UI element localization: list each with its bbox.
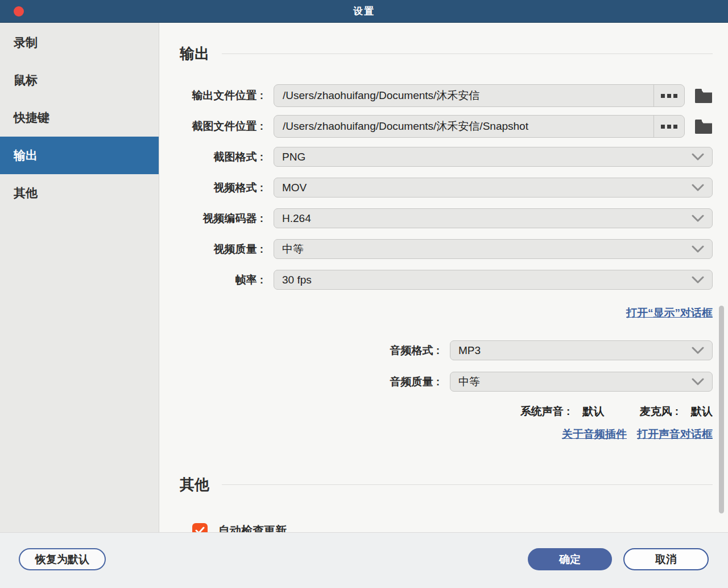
output-path-row: 输出文件位置 : /Users/zhaohuifang/Documents/沐禾… (160, 84, 713, 107)
system-sound-value: 默认 (582, 404, 604, 419)
output-path-field[interactable]: /Users/zhaohuifang/Documents/沐禾安信 (274, 84, 685, 107)
open-sound-dialog-link[interactable]: 打开声音对话框 (637, 427, 713, 442)
auto-update-row: 自动检查更新 (192, 523, 713, 532)
about-audio-plugin-link[interactable]: 关于音频插件 (562, 427, 627, 442)
cancel-button[interactable]: 取消 (623, 548, 709, 570)
section-divider (222, 484, 713, 485)
snapshot-path-row: 截图文件位置 : /Users/zhaohuifang/Documents/沐禾… (160, 115, 713, 138)
sidebar-item-other[interactable]: 其他 (0, 174, 159, 212)
chevron-down-icon (692, 347, 704, 355)
audio-quality-label: 音频质量 : (160, 375, 440, 389)
window-title: 设置 (353, 5, 375, 18)
output-path-browse-button[interactable] (653, 85, 684, 106)
audio-format-value: MP3 (458, 344, 692, 357)
close-icon[interactable] (14, 6, 24, 17)
chevron-down-icon (692, 215, 704, 223)
sidebar-item-record[interactable]: 录制 (0, 24, 159, 61)
audio-format-label: 音频格式 : (160, 343, 440, 358)
ellipsis-icon (661, 94, 665, 98)
ellipsis-icon (667, 94, 671, 98)
audio-links-row: 关于音频插件 打开声音对话框 (160, 427, 713, 442)
microphone-value: 默认 (691, 404, 713, 419)
checkmark-icon (195, 527, 205, 532)
audio-quality-row: 音频质量 : 中等 (160, 372, 713, 392)
audio-quality-value: 中等 (458, 375, 692, 389)
system-sound-label: 系统声音 : (520, 404, 570, 419)
frame-rate-row: 帧率 : 30 fps (160, 270, 713, 290)
video-quality-label: 视频质量 : (160, 242, 263, 257)
auto-update-checkbox[interactable] (192, 523, 208, 533)
ellipsis-icon (673, 125, 677, 129)
video-encoder-row: 视频编码器 : H.264 (160, 208, 713, 228)
display-dialog-row: 打开“显示”对话框 (160, 306, 713, 320)
chevron-down-icon (692, 184, 704, 192)
settings-panel: 输出 输出文件位置 : /Users/zhaohuifang/Documents… (160, 23, 728, 532)
video-format-value: MOV (282, 182, 692, 194)
snapshot-format-row: 截图格式 : PNG (160, 147, 713, 167)
snapshot-path-field[interactable]: /Users/zhaohuifang/Documents/沐禾安信/Snapsh… (274, 115, 685, 138)
output-section-title: 输出 (180, 44, 209, 64)
frame-rate-label: 帧率 : (160, 273, 263, 287)
restore-defaults-button[interactable]: 恢复为默认 (19, 548, 106, 570)
sidebar-item-output[interactable]: 输出 (0, 137, 159, 174)
other-section-title: 其他 (180, 475, 209, 495)
title-bar: 设置 (0, 0, 728, 23)
auto-update-label: 自动检查更新 (218, 523, 287, 533)
sidebar-item-mouse[interactable]: 鼠标 (0, 61, 159, 99)
section-divider (222, 54, 713, 54)
video-quality-row: 视频质量 : 中等 (160, 239, 713, 259)
other-section-header: 其他 (180, 475, 713, 494)
open-display-dialog-link[interactable]: 打开“显示”对话框 (626, 306, 713, 320)
snapshot-format-value: PNG (282, 151, 692, 163)
video-quality-value: 中等 (282, 242, 692, 257)
audio-quality-select[interactable]: 中等 (450, 372, 713, 392)
video-format-select[interactable]: MOV (274, 178, 713, 198)
snapshot-format-select[interactable]: PNG (274, 147, 713, 167)
snapshot-path-value: /Users/zhaohuifang/Documents/沐禾安信/Snapsh… (274, 119, 653, 134)
ellipsis-icon (661, 125, 665, 129)
ellipsis-icon (673, 94, 677, 98)
sound-devices-row: 系统声音 : 默认 麦克风 : 默认 (160, 404, 713, 419)
snapshot-path-label: 截图文件位置 : (160, 119, 263, 134)
audio-format-select[interactable]: MP3 (450, 340, 713, 360)
video-format-label: 视频格式 : (160, 180, 263, 195)
ellipsis-icon (667, 125, 671, 129)
audio-format-row: 音频格式 : MP3 (160, 340, 713, 360)
video-quality-select[interactable]: 中等 (274, 239, 713, 259)
microphone-label: 麦克风 : (639, 404, 679, 419)
sidebar-item-hotkeys[interactable]: 快捷键 (0, 99, 159, 137)
output-path-value: /Users/zhaohuifang/Documents/沐禾安信 (274, 88, 653, 103)
output-section-header: 输出 (180, 44, 713, 63)
chevron-down-icon (692, 245, 704, 253)
folder-icon[interactable] (694, 119, 713, 134)
snapshot-format-label: 截图格式 : (160, 150, 263, 165)
frame-rate-value: 30 fps (282, 274, 692, 286)
sidebar: 录制 鼠标 快捷键 输出 其他 (0, 23, 159, 532)
chevron-down-icon (692, 276, 704, 284)
ok-button[interactable]: 确定 (528, 548, 612, 570)
folder-icon[interactable] (694, 88, 713, 104)
chevron-down-icon (692, 153, 704, 161)
frame-rate-select[interactable]: 30 fps (274, 270, 713, 290)
vertical-scrollbar[interactable] (719, 306, 724, 513)
video-encoder-label: 视频编码器 : (160, 211, 263, 226)
video-encoder-select[interactable]: H.264 (274, 208, 713, 228)
chevron-down-icon (692, 378, 704, 386)
snapshot-path-browse-button[interactable] (653, 116, 684, 137)
output-path-label: 输出文件位置 : (160, 88, 263, 103)
footer-bar: 恢复为默认 确定 取消 (0, 532, 728, 588)
video-encoder-value: H.264 (282, 212, 692, 225)
video-format-row: 视频格式 : MOV (160, 178, 713, 198)
